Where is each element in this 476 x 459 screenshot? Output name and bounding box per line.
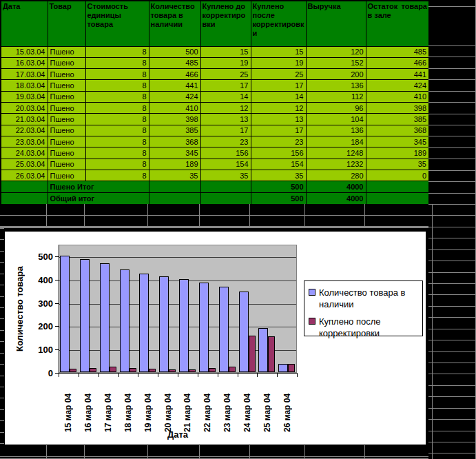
empty-cell[interactable] [250,204,304,215]
table-cell[interactable]: 410 [366,91,429,102]
empty-cell[interactable] [365,457,428,458]
empty-cell[interactable] [47,204,84,215]
table-cell[interactable]: 441 [149,80,200,91]
table-cell[interactable]: 22.03.04 [1,125,48,136]
table-cell[interactable]: 154 [200,159,251,170]
table-cell[interactable]: 184 [306,136,366,147]
empty-cell[interactable] [365,445,428,456]
empty-cell[interactable] [305,445,364,456]
empty-cell[interactable] [85,457,147,458]
table-cell[interactable]: 154 [251,159,306,170]
table-cell[interactable]: 485 [149,57,200,68]
empty-cell[interactable] [200,216,249,226]
table-cell[interactable]: 35 [149,170,200,181]
total-cell[interactable]: Общий итог [48,193,149,205]
table-cell[interactable]: Пшено [48,69,85,80]
empty-cell[interactable] [250,445,304,456]
total-cell[interactable]: 4000 [306,181,366,193]
total-cell[interactable]: 500 [251,181,306,193]
table-cell[interactable]: 8 [85,147,149,159]
table-cell[interactable]: Пшено [48,136,85,147]
empty-cell[interactable] [0,457,46,458]
table-cell[interactable]: 1248 [306,147,366,159]
total-cell[interactable]: 4000 [306,193,366,205]
total-cell[interactable] [200,193,251,205]
table-cell[interactable]: 18.03.04 [1,80,48,91]
table-cell[interactable]: 96 [306,103,366,114]
table-cell[interactable]: 17 [251,125,306,136]
bottom-empty-cells-grid[interactable] [0,445,428,459]
empty-cell[interactable] [365,204,428,215]
table-cell[interactable]: 441 [366,69,429,80]
empty-cell[interactable] [0,216,46,226]
table-cell[interactable]: 280 [306,170,366,181]
empty-cell[interactable] [85,216,147,226]
table-cell[interactable]: 466 [149,69,200,80]
table-cell[interactable]: Пшено [48,114,85,125]
total-cell[interactable]: 500 [251,193,306,205]
table-cell[interactable]: 8 [85,69,149,80]
table-cell[interactable]: Пшено [48,46,85,57]
table-cell[interactable]: 120 [306,46,366,57]
table-cell[interactable]: 17 [251,80,306,91]
table-cell[interactable]: 23 [251,136,306,147]
table-cell[interactable]: 13 [200,114,251,125]
table-cell[interactable]: 1232 [306,159,366,170]
column-header[interactable]: Куплено после корректировки [251,1,306,46]
table-cell[interactable]: 17 [200,125,251,136]
table-cell[interactable]: 14 [251,91,306,102]
table-cell[interactable]: 19 [251,57,306,68]
table-cell[interactable]: Пшено [48,57,85,68]
table-cell[interactable]: 8 [85,125,149,136]
table-cell[interactable]: 8 [85,114,149,125]
table-cell[interactable]: 398 [366,103,429,114]
total-cell[interactable] [149,181,200,193]
empty-cell[interactable] [250,457,304,458]
table-cell[interactable]: Пшено [48,147,85,159]
empty-cell[interactable] [148,204,199,215]
table-cell[interactable]: 345 [149,147,200,159]
empty-cell[interactable] [85,445,147,456]
table-cell[interactable]: 8 [85,46,149,57]
table-cell[interactable]: 424 [149,91,200,102]
table-cell[interactable]: 500 [149,46,200,57]
table-cell[interactable]: 25.03.04 [1,159,48,170]
table-cell[interactable]: 410 [149,103,200,114]
empty-cell[interactable] [305,457,364,458]
table-cell[interactable]: Пшено [48,103,85,114]
table-cell[interactable]: 156 [251,147,306,159]
table-cell[interactable]: 26.03.04 [1,170,48,181]
table-cell[interactable]: Пшено [48,125,85,136]
empty-cell[interactable] [250,216,304,226]
table-cell[interactable]: 23 [200,136,251,147]
empty-cell[interactable] [148,216,199,226]
table-cell[interactable]: 8 [85,80,149,91]
table-cell[interactable]: 424 [366,80,429,91]
column-header[interactable]: Количество товара в наличии [149,1,200,46]
empty-cell[interactable] [305,216,364,226]
table-cell[interactable]: 156 [200,147,251,159]
table-cell[interactable]: 15 [200,46,251,57]
table-cell[interactable]: 466 [366,57,429,68]
table-cell[interactable]: 485 [366,46,429,57]
total-cell[interactable] [366,181,429,193]
table-cell[interactable]: 25 [200,69,251,80]
table-cell[interactable]: 13 [251,114,306,125]
table-cell[interactable]: 200 [306,69,366,80]
table-cell[interactable]: 136 [306,125,366,136]
chart-legend[interactable]: Количество товара в наличииКуплено после… [304,280,423,336]
embedded-bar-chart[interactable]: 0100200300400500 15 мар 0416 мар 0417 ма… [4,231,426,445]
table-cell[interactable]: 8 [85,159,149,170]
table-cell[interactable]: 152 [306,57,366,68]
table-cell[interactable]: 35 [200,170,251,181]
table-cell[interactable]: Пшено [48,80,85,91]
empty-cell[interactable] [148,457,199,458]
table-cell[interactable]: 104 [306,114,366,125]
empty-cell[interactable] [0,204,46,215]
table-cell[interactable]: Пшено [48,91,85,102]
column-header[interactable]: Товар [48,1,85,46]
empty-cell[interactable] [148,445,199,456]
column-header[interactable]: Куплено до корректировки [200,1,251,46]
empty-cell[interactable] [47,445,84,456]
table-cell[interactable]: Пшено [48,170,85,181]
